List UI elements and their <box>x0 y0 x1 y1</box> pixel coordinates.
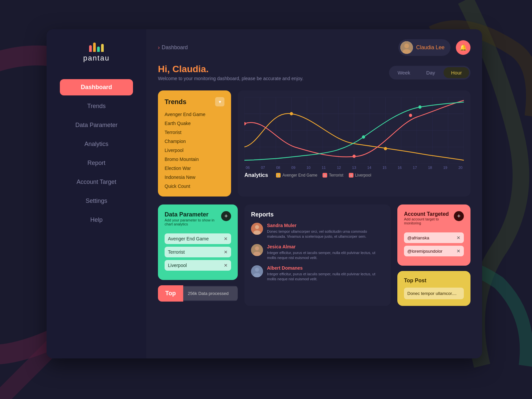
day-button[interactable]: Day <box>419 67 443 78</box>
chart-label: 18 <box>428 166 432 170</box>
report-avatar-sandra <box>251 223 263 235</box>
welcome-subtitle: Welcome to your monitoring dashboard, pl… <box>158 76 304 81</box>
report-avatar-albert <box>251 265 263 277</box>
legend-dot-avenger: ▮ <box>276 173 281 178</box>
remove-param-liverpool-button[interactable]: ✕ <box>224 263 228 268</box>
report-name-sandra: Sandra Muler <box>267 223 384 228</box>
cards-row-1: Trends ▾ Avenger End Game Earth Quake Te… <box>158 90 470 197</box>
remove-account-1-button[interactable]: ✕ <box>457 235 461 240</box>
right-column: Account Targeted Add account target to m… <box>397 204 470 306</box>
greeting: Hi, Claudia. <box>158 64 304 74</box>
svg-point-24 <box>384 147 387 150</box>
svg-point-31 <box>255 225 259 229</box>
notification-bell-button[interactable]: 🔔 <box>456 40 470 55</box>
legend-label-avenger: Avenger End Game <box>282 173 317 178</box>
chart-footer: Analytics ▮ Avenger End Game ▮ Terrorist… <box>244 172 464 178</box>
remove-param-avenger-button[interactable]: ✕ <box>224 236 228 241</box>
account-name-1: @afrianska <box>407 235 429 240</box>
report-item-sandra: Sandra Muler Donec tempor ullamcorper or… <box>251 223 384 239</box>
chart-label: 10 <box>307 166 311 170</box>
param-label-terrorist: Terrorist <box>168 249 185 255</box>
sidebar-item-dashboard[interactable]: Dashboard <box>60 79 133 95</box>
chart-label: 17 <box>413 166 417 170</box>
add-account-button[interactable]: + <box>454 211 464 221</box>
chart-label: 09 <box>291 166 295 170</box>
top-label: Top <box>158 285 183 302</box>
logo-icon <box>89 43 104 52</box>
sidebar-item-settings[interactable]: Settings <box>60 193 133 209</box>
reports-title: Reports <box>251 211 384 218</box>
top-post-title: Top Post <box>404 278 464 284</box>
chart-label: 12 <box>337 166 341 170</box>
logo-bar-4 <box>101 44 104 52</box>
main-window: pantau Dashboard Trends Data Parameter A… <box>47 29 482 358</box>
sidebar-item-account-target[interactable]: Account Target <box>60 174 133 190</box>
account-card-header: Account Targeted Add account target to m… <box>404 211 464 230</box>
sidebar-item-data-parameter[interactable]: Data Parameter <box>60 117 133 133</box>
logo-area: pantau <box>83 43 109 63</box>
chart-svg <box>244 97 464 164</box>
report-content-jesica: Jesica Almar Integer efficitur, purus et… <box>267 244 384 261</box>
legend-liverpool: ▮ Liverpool <box>349 173 371 178</box>
chart-title: Analytics <box>244 172 268 178</box>
chart-labels: 06 07 08 09 10 11 12 13 14 15 16 17 18 1… <box>244 166 464 170</box>
legend-dot-terrorist: ▮ <box>323 173 327 178</box>
data-processed-label: 256k Data processed <box>183 286 238 301</box>
account-tag-1: @afrianska ✕ <box>404 232 464 243</box>
svg-point-27 <box>409 114 412 117</box>
top-post-content: Donec tempor ullamcor.... <box>404 288 464 299</box>
remove-account-2-button[interactable]: ✕ <box>457 248 461 254</box>
sidebar-item-trends[interactable]: Trends <box>60 98 133 114</box>
logo-bar-1 <box>89 45 92 52</box>
legend-label-liverpool: Liverpool <box>355 173 371 178</box>
add-parameter-button[interactable]: + <box>221 211 231 221</box>
list-item: Avenger End Game <box>165 111 224 118</box>
hour-button[interactable]: Hour <box>444 67 469 78</box>
report-content-albert: Albert Domanes Integer efficitur, purus … <box>267 265 384 282</box>
param-label-avenger: Avenger End Game <box>168 236 209 241</box>
trends-dropdown-button[interactable]: ▾ <box>215 97 224 106</box>
legend-terrorist: ▮ Terrorist <box>323 173 343 178</box>
list-item: Terrorist <box>165 129 224 136</box>
list-item: Bromo Mountain <box>165 156 224 163</box>
account-name-2: @loremipsundolor <box>407 249 443 254</box>
top-data-button[interactable]: Top 256k Data processed <box>158 285 238 302</box>
account-targeted-subtitle: Add account target to monitoring <box>404 217 454 225</box>
top-post-card: Top Post Donec tempor ullamcor.... <box>397 271 470 306</box>
chevron-down-icon: ▾ <box>219 99 221 104</box>
account-targeted-title: Account Targeted <box>404 211 454 217</box>
account-tag-2: @loremipsundolor ✕ <box>404 246 464 256</box>
week-button[interactable]: Week <box>390 67 418 78</box>
data-parameter-title: Data Parameter <box>165 211 221 218</box>
chart-card: 06 07 08 09 10 11 12 13 14 15 16 17 18 1… <box>238 90 470 197</box>
main-content: › Dashboard Claudia Lee 🔔 <box>146 29 482 358</box>
remove-param-terrorist-button[interactable]: ✕ <box>224 249 228 255</box>
user-pill[interactable]: Claudia Lee <box>398 39 451 56</box>
report-name-jesica: Jesica Almar <box>267 244 384 249</box>
svg-point-29 <box>418 105 421 109</box>
avatar <box>400 41 413 54</box>
sidebar-item-report[interactable]: Report <box>60 155 133 171</box>
data-parameter-card-header: Data Parameter Add your parameter to sho… <box>165 211 231 231</box>
logo-bar-3 <box>97 47 100 52</box>
chart-label: 15 <box>382 166 386 170</box>
param-label-liverpool: Liverpool <box>168 263 187 268</box>
breadcrumb-arrow: › <box>158 45 160 51</box>
trends-card-header: Trends ▾ <box>165 97 224 106</box>
param-tag-terrorist: Terrorist ✕ <box>165 247 231 257</box>
nav-items: Dashboard Trends Data Parameter Analytic… <box>47 79 146 228</box>
svg-point-25 <box>244 122 246 125</box>
time-toggle: Week Day Hour <box>389 66 470 79</box>
chart-label: 19 <box>443 166 447 170</box>
sidebar-item-help[interactable]: Help <box>60 212 133 228</box>
sidebar-item-analytics[interactable]: Analytics <box>60 136 133 152</box>
chart-label: 06 <box>246 166 250 170</box>
list-item: Election War <box>165 165 224 172</box>
legend-dot-liverpool: ▮ <box>349 173 353 178</box>
trends-list: Avenger End Game Earth Quake Terrorist C… <box>165 111 224 190</box>
list-item: Earth Quake <box>165 120 224 127</box>
account-targeted-card: Account Targeted Add account target to m… <box>397 204 470 266</box>
welcome-section: Hi, Claudia. Welcome to your monitoring … <box>158 64 470 81</box>
reports-card: Reports Sandra Muler Donec tempor ullamc… <box>244 204 391 306</box>
report-text-albert: Integer efficitur, purus et iaculis semp… <box>267 272 384 282</box>
